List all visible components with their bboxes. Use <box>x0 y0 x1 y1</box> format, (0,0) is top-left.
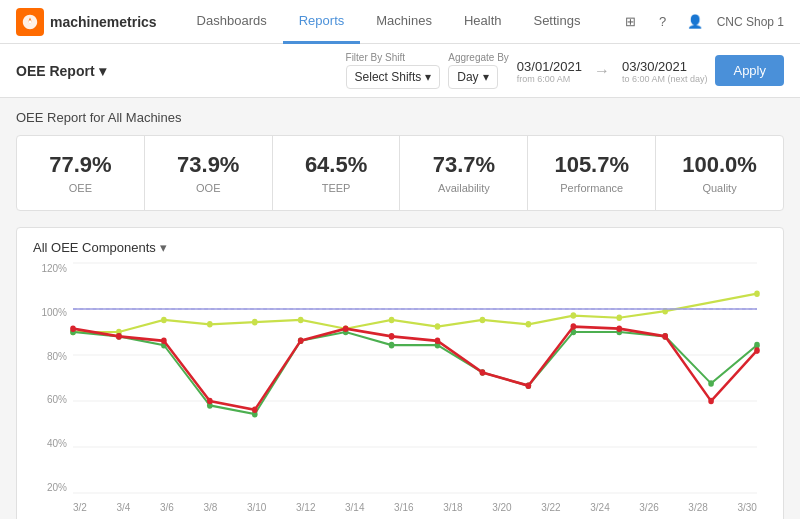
logo-icon <box>16 8 44 36</box>
logo: machinemetrics <box>16 8 157 36</box>
to-date-sublabel: to 6:00 AM (next day) <box>622 74 708 84</box>
aggregate-label: Aggregate By <box>448 52 509 63</box>
chart-header: All OEE Components ▾ <box>33 240 767 255</box>
metric-performance-value: 105.7% <box>540 152 643 178</box>
svg-point-19 <box>616 314 622 321</box>
report-label: OEE Report <box>16 63 95 79</box>
nav-settings[interactable]: Settings <box>517 0 596 44</box>
metric-performance-label: Performance <box>540 182 643 194</box>
from-date-value: 03/01/2021 <box>517 59 582 74</box>
logo-text: machinemetrics <box>50 14 157 30</box>
metric-ooe-label: OOE <box>157 182 260 194</box>
metric-availability-label: Availability <box>412 182 515 194</box>
nav-machines[interactable]: Machines <box>360 0 448 44</box>
nav-reports[interactable]: Reports <box>283 0 361 44</box>
x-label-3-26: 3/26 <box>639 502 658 513</box>
to-date-value: 03/30/2021 <box>622 59 687 74</box>
x-label-3-16: 3/16 <box>394 502 413 513</box>
chart-container: 120% 100% 80% 60% 40% 20% <box>33 263 767 519</box>
chart-title: All OEE Components <box>33 240 156 255</box>
nav-links: Dashboards Reports Machines Health Setti… <box>181 0 621 44</box>
shop-name: CNC Shop 1 <box>717 15 784 29</box>
apply-button[interactable]: Apply <box>715 55 784 86</box>
aggregate-arrow-icon: ▾ <box>483 70 489 84</box>
metric-teep: 64.5% TEEP <box>273 136 401 210</box>
x-label-3-12: 3/12 <box>296 502 315 513</box>
to-date-group: 03/30/2021 to 6:00 AM (next day) <box>622 57 708 84</box>
x-label-3-2: 3/2 <box>73 502 87 513</box>
shift-select[interactable]: Select Shifts ▾ <box>346 65 441 89</box>
metric-ooe: 73.9% OOE <box>145 136 273 210</box>
svg-point-0 <box>28 20 32 24</box>
nav-health[interactable]: Health <box>448 0 518 44</box>
oee-line <box>73 327 757 410</box>
metric-availability-value: 73.7% <box>412 152 515 178</box>
svg-point-10 <box>207 321 213 328</box>
svg-point-47 <box>480 369 486 376</box>
svg-point-38 <box>70 325 76 332</box>
y-label-100: 100% <box>41 307 67 318</box>
svg-point-42 <box>252 406 258 413</box>
svg-point-16 <box>480 317 486 324</box>
metric-oee: 77.9% OEE <box>17 136 145 210</box>
svg-point-11 <box>252 319 258 326</box>
report-section-title: OEE Report for All Machines <box>16 110 784 125</box>
svg-point-12 <box>298 317 304 324</box>
svg-point-48 <box>526 382 532 389</box>
y-label-20: 20% <box>47 482 67 493</box>
svg-point-51 <box>662 333 668 340</box>
user-icon[interactable]: 👤 <box>685 12 705 32</box>
svg-point-14 <box>389 317 395 324</box>
x-label-3-18: 3/18 <box>443 502 462 513</box>
date-arrow-icon: → <box>590 62 614 80</box>
svg-point-21 <box>754 290 760 297</box>
svg-point-29 <box>389 342 395 349</box>
svg-point-49 <box>571 323 577 330</box>
nav-dashboards[interactable]: Dashboards <box>181 0 283 44</box>
availability-line <box>73 332 757 414</box>
shift-filter-label: Filter By Shift <box>346 52 405 63</box>
x-label-3-20: 3/20 <box>492 502 511 513</box>
metric-cards: 77.9% OEE 73.9% OOE 64.5% TEEP 73.7% Ava… <box>16 135 784 211</box>
metric-quality-label: Quality <box>668 182 771 194</box>
content-area: OEE Report for All Machines 77.9% OEE 73… <box>0 98 800 519</box>
metric-availability: 73.7% Availability <box>400 136 528 210</box>
y-label-40: 40% <box>47 438 67 449</box>
metric-ooe-value: 73.9% <box>157 152 260 178</box>
top-nav: machinemetrics Dashboards Reports Machin… <box>0 0 800 44</box>
x-label-3-6: 3/6 <box>160 502 174 513</box>
svg-point-9 <box>161 317 167 324</box>
help-icon[interactable]: ? <box>653 12 673 32</box>
aggregate-value: Day <box>457 70 478 84</box>
aggregate-filter-group: Aggregate By Day ▾ <box>448 52 509 89</box>
metric-quality: 100.0% Quality <box>656 136 783 210</box>
x-label-3-4: 3/4 <box>116 502 130 513</box>
x-label-3-22: 3/22 <box>541 502 560 513</box>
chart-dropdown-icon[interactable]: ▾ <box>160 240 167 255</box>
x-label-3-14: 3/14 <box>345 502 364 513</box>
svg-point-50 <box>616 325 622 332</box>
grid-icon[interactable]: ⊞ <box>621 12 641 32</box>
y-label-60: 60% <box>47 394 67 405</box>
aggregate-select[interactable]: Day ▾ <box>448 65 497 89</box>
shift-filter-group: Filter By Shift Select Shifts ▾ <box>346 52 441 89</box>
svg-point-40 <box>161 337 167 344</box>
metric-teep-value: 64.5% <box>285 152 388 178</box>
x-label-3-8: 3/8 <box>203 502 217 513</box>
from-date-group: 03/01/2021 from 6:00 AM <box>517 57 582 84</box>
svg-point-36 <box>708 380 714 387</box>
svg-point-46 <box>435 337 441 344</box>
x-label-3-24: 3/24 <box>590 502 609 513</box>
x-label-3-10: 3/10 <box>247 502 266 513</box>
y-axis: 120% 100% 80% 60% 40% 20% <box>33 263 73 493</box>
svg-point-41 <box>207 398 213 405</box>
x-axis: 3/2 3/4 3/6 3/8 3/10 3/12 3/14 3/16 3/18… <box>73 502 757 513</box>
metric-quality-value: 100.0% <box>668 152 771 178</box>
report-selector[interactable]: OEE Report ▾ <box>16 63 106 79</box>
x-label-3-30: 3/30 <box>737 502 756 513</box>
svg-point-39 <box>116 333 122 340</box>
metric-teep-label: TEEP <box>285 182 388 194</box>
metric-oee-label: OEE <box>29 182 132 194</box>
svg-point-45 <box>389 333 395 340</box>
svg-point-43 <box>298 337 304 344</box>
